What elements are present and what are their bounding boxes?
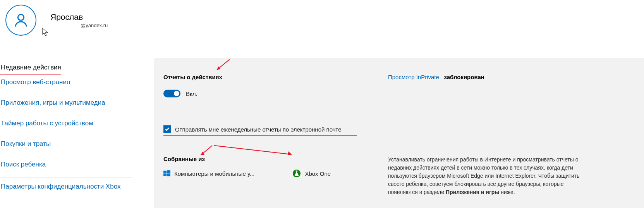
- device-windows: Компьютеры и мобильные у...: [163, 170, 254, 177]
- svg-rect-1: [163, 171, 167, 173]
- activity-reports-heading: Отчеты о действиях: [163, 74, 388, 80]
- sidebar-item-xbox-privacy[interactable]: Параметры конфиденциальности Xbox: [0, 180, 154, 194]
- inprivate-link[interactable]: Просмотр InPrivate: [388, 74, 439, 80]
- sidebar-item-recent-activity[interactable]: Недавние действия: [0, 61, 61, 75]
- person-icon: [12, 12, 29, 29]
- activity-panel: Отчеты о действиях Вкл. Просмотр InPriva…: [154, 58, 644, 208]
- device-xbox-label: Xbox One: [305, 170, 331, 177]
- avatar: [5, 5, 36, 36]
- weekly-email-row: Отправлять мне еженедельные отчеты по эл…: [163, 125, 357, 136]
- sidebar-item-apps-games-media[interactable]: Приложения, игры и мультимедиа: [0, 96, 154, 110]
- device-windows-label: Компьютеры и мобильные у...: [174, 170, 254, 177]
- weekly-email-checkbox[interactable]: [163, 125, 171, 133]
- svg-rect-2: [167, 170, 170, 173]
- checkmark-icon: [165, 127, 170, 132]
- svg-line-7: [201, 146, 212, 155]
- activity-reports-toggle[interactable]: [163, 90, 180, 97]
- device-xbox: Xbox One: [292, 169, 331, 178]
- sidebar-divider: [0, 177, 132, 177]
- svg-rect-4: [167, 173, 170, 176]
- windows-icon: [163, 170, 170, 177]
- xbox-icon: [292, 169, 301, 178]
- profile-name: Ярослав: [50, 12, 108, 22]
- inprivate-blocked-text: заблокирован: [444, 74, 484, 80]
- svg-rect-3: [163, 173, 167, 176]
- inprivate-status: Просмотр InPrivate заблокирован: [388, 74, 629, 80]
- sidebar-nav: Недавние действия Просмотр веб-страниц П…: [0, 61, 154, 194]
- svg-line-8: [214, 146, 292, 154]
- sidebar-item-purchases[interactable]: Покупки и траты: [0, 137, 154, 151]
- sidebar-item-screen-time[interactable]: Таймер работы с устройством: [0, 116, 154, 130]
- activity-reports-toggle-label: Вкл.: [186, 90, 197, 97]
- sidebar-item-web-browsing[interactable]: Просмотр веб-страниц: [0, 75, 154, 89]
- svg-point-0: [18, 14, 24, 20]
- annotation-arrow-icon: [212, 58, 232, 74]
- browser-hint-text: Устанавливать ограничения работы в Интер…: [388, 156, 580, 196]
- profile-header: Ярослав @yandex.ru: [0, 2, 154, 39]
- weekly-email-label: Отправлять мне еженедельные отчеты по эл…: [175, 126, 342, 133]
- sidebar-item-find-child[interactable]: Поиск ребенка: [0, 158, 154, 172]
- collected-from-heading: Собранные из: [163, 156, 388, 162]
- profile-email: @yandex.ru: [50, 23, 108, 28]
- svg-line-6: [217, 59, 230, 70]
